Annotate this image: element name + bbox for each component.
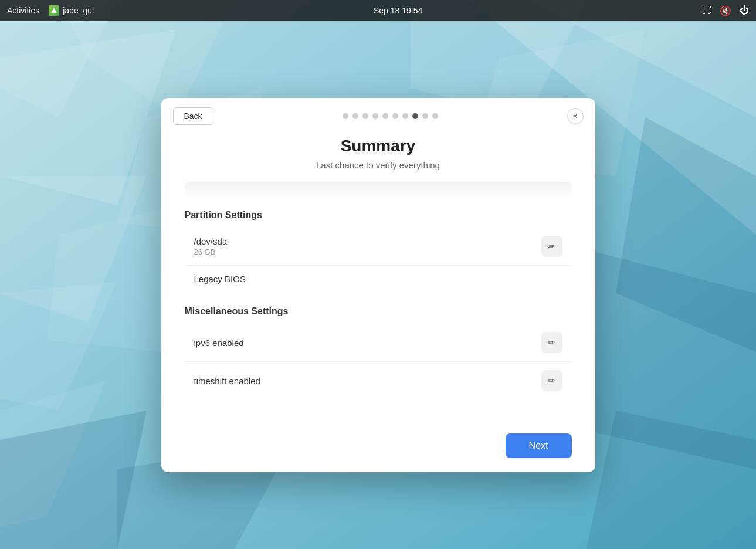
ipv6-row: ipv6 enabled ✏ xyxy=(185,324,572,362)
dot-1 xyxy=(343,113,348,119)
pencil-icon-ipv6: ✏ xyxy=(548,337,555,348)
device-row: /dev/sda 26 GB ✏ xyxy=(185,228,572,266)
next-button[interactable]: Next xyxy=(506,433,572,458)
svg-marker-18 xyxy=(51,8,57,13)
summary-dialog: Back × Summary Last chance to verify eve… xyxy=(161,98,595,472)
timeshift-row: timeshift enabled ✏ xyxy=(185,362,572,399)
ipv6-value: ipv6 enabled xyxy=(194,338,244,348)
back-button[interactable]: Back xyxy=(173,107,213,125)
device-size: 26 GB xyxy=(194,248,228,256)
boot-mode: Legacy BIOS xyxy=(194,274,246,284)
dot-2 xyxy=(352,113,358,119)
partition-settings-label: Partition Settings xyxy=(185,210,572,221)
taskbar: Activities jade_gui Sep 18 19:54 ⛶ 🔇 ⏻ xyxy=(0,0,756,21)
dot-8 xyxy=(412,113,418,119)
device-name: /dev/sda xyxy=(194,236,228,246)
power-icon: ⏻ xyxy=(740,5,749,16)
dialog-footer: Next xyxy=(161,425,595,472)
activities-button[interactable]: Activities xyxy=(7,6,39,15)
step-dots xyxy=(343,113,438,119)
device-edit-button[interactable]: ✏ xyxy=(541,236,562,257)
dot-3 xyxy=(362,113,368,119)
app-name: jade_gui xyxy=(63,6,94,15)
dialog-title: Summary xyxy=(185,137,572,155)
scroll-indicator xyxy=(185,182,572,198)
dot-10 xyxy=(432,113,438,119)
misc-settings-label: Miscellaneous Settings xyxy=(185,306,572,317)
app-indicator: jade_gui xyxy=(49,5,94,16)
boot-mode-row: Legacy BIOS xyxy=(185,266,572,292)
device-row-content: /dev/sda 26 GB xyxy=(194,236,228,256)
dialog-content: Summary Last chance to verify everything… xyxy=(161,131,595,425)
dot-6 xyxy=(392,113,398,119)
timeshift-value: timeshift enabled xyxy=(194,376,260,386)
ipv6-edit-button[interactable]: ✏ xyxy=(541,332,562,353)
taskbar-right: ⛶ 🔇 ⏻ xyxy=(702,5,749,16)
misc-settings-card: ipv6 enabled ✏ timeshift enabled ✏ xyxy=(185,324,572,399)
dot-7 xyxy=(402,113,408,119)
close-button[interactable]: × xyxy=(567,108,584,124)
timeshift-edit-button[interactable]: ✏ xyxy=(541,370,562,391)
dialog-subtitle: Last chance to verify everything xyxy=(185,160,572,170)
app-icon xyxy=(49,5,59,16)
dot-9 xyxy=(422,113,428,119)
dialog-overlay: Back × Summary Last chance to verify eve… xyxy=(0,21,756,549)
volume-icon: 🔇 xyxy=(720,5,731,16)
dialog-header: Back × xyxy=(161,98,595,131)
dot-4 xyxy=(372,113,378,119)
pencil-icon: ✏ xyxy=(548,241,555,252)
pencil-icon-timeshift: ✏ xyxy=(548,375,555,386)
dot-5 xyxy=(382,113,388,119)
network-icon: ⛶ xyxy=(702,5,711,16)
taskbar-left: Activities jade_gui xyxy=(7,5,94,16)
taskbar-datetime: Sep 18 19:54 xyxy=(374,6,422,15)
partition-settings-card: /dev/sda 26 GB ✏ Legacy BIOS xyxy=(185,228,572,292)
